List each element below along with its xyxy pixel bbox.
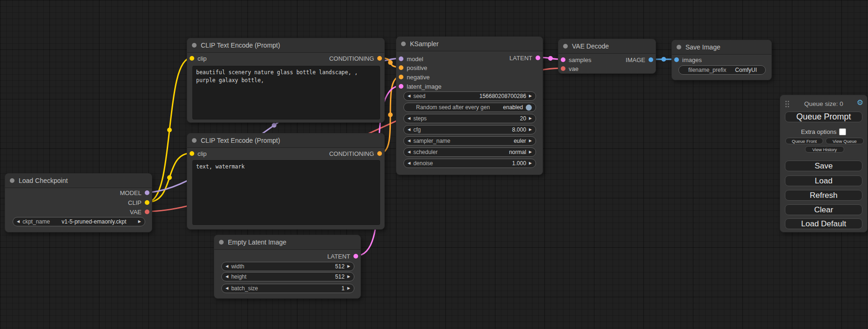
decrement-arrow-icon[interactable] [226,275,228,279]
decrement-arrow-icon[interactable] [408,128,410,132]
extra-options-checkbox[interactable] [839,128,846,135]
positive-prompt-textarea[interactable]: beautiful scenery nature glass bottle la… [192,66,380,119]
steps-widget[interactable]: steps 20 [403,114,536,123]
image-port-icon[interactable] [674,57,679,62]
node-header[interactable]: Load Checkpoint [5,174,152,188]
denoise-widget[interactable]: denoise 1.000 [403,159,536,168]
input-slot-images[interactable]: images [674,56,702,63]
toggle-state-icon[interactable] [526,105,532,111]
increment-arrow-icon[interactable] [529,117,532,120]
filename-prefix-widget[interactable]: filename_prefix ComfyUI [678,65,766,75]
node-clip-text-encode-positive[interactable]: CLIP Text Encode (Prompt) clip CONDITION… [187,38,385,123]
latent-port-icon[interactable] [399,84,403,89]
increment-arrow-icon[interactable] [529,94,532,98]
increment-arrow-icon[interactable] [529,150,532,154]
increment-arrow-icon[interactable] [347,265,350,268]
output-slot-conditioning[interactable]: CONDITIONING [329,150,382,157]
view-queue-button[interactable]: View Queue [826,138,864,144]
decrement-arrow-icon[interactable] [226,287,228,290]
node-clip-text-encode-negative[interactable]: CLIP Text Encode (Prompt) clip CONDITION… [187,133,385,230]
node-ksampler[interactable]: KSampler model positive negative latent_… [396,36,543,175]
increment-arrow-icon[interactable] [347,275,350,279]
decrement-arrow-icon[interactable] [408,117,410,120]
conditioning-port-icon[interactable] [377,56,382,61]
increment-arrow-icon[interactable] [529,139,532,143]
load-default-button[interactable]: Load Default [785,218,862,229]
node-header[interactable]: CLIP Text Encode (Prompt) [187,133,384,148]
output-slot-latent[interactable]: LATENT [327,252,358,260]
input-slot-samples[interactable]: samples [561,56,591,63]
load-button[interactable]: Load [785,175,862,186]
node-header[interactable]: VAE Decode [558,39,656,54]
collapse-dot-icon[interactable] [219,240,224,245]
node-vae-decode[interactable]: VAE Decode samples vae IMAGE [558,39,656,74]
input-slot-negative[interactable]: negative [399,73,430,81]
ckpt-name-widget[interactable]: ckpt_name v1-5-pruned-emaonly.ckpt [13,217,145,226]
increment-arrow-icon[interactable] [138,220,141,224]
decrement-arrow-icon[interactable] [17,220,20,224]
queue-menu-panel[interactable]: Queue size: 0 ⚙ Queue Prompt Extra optio… [780,95,868,232]
decrement-arrow-icon[interactable] [226,265,228,268]
width-widget[interactable]: width 512 [221,262,354,271]
output-slot-latent[interactable]: LATENT [509,54,540,62]
random-seed-toggle[interactable]: Random seed after every gen enabled [403,103,536,112]
increment-arrow-icon[interactable] [529,161,532,165]
output-slot-model[interactable]: MODEL [120,189,149,196]
increment-arrow-icon[interactable] [347,287,350,290]
collapse-dot-icon[interactable] [192,43,197,48]
conditioning-port-icon[interactable] [377,151,382,156]
input-slot-vae[interactable]: vae [561,65,579,72]
conditioning-port-icon[interactable] [399,65,403,70]
scheduler-widget[interactable]: scheduler normal [403,147,536,157]
height-widget[interactable]: height 512 [221,272,354,281]
input-slot-clip[interactable]: clip [190,150,207,157]
output-slot-clip[interactable]: CLIP [128,199,149,206]
collapse-dot-icon[interactable] [401,42,406,46]
refresh-button[interactable]: Refresh [785,190,862,201]
queue-prompt-button[interactable]: Queue Prompt [785,112,862,122]
node-save-image[interactable]: Save Image images filename_prefix ComfyU… [671,40,772,80]
increment-arrow-icon[interactable] [529,128,532,132]
input-slot-latent-image[interactable]: latent_image [399,83,441,90]
node-header[interactable]: CLIP Text Encode (Prompt) [187,38,384,53]
clear-button[interactable]: Clear [785,204,862,215]
output-slot-conditioning[interactable]: CONDITIONING [329,55,382,62]
node-load-checkpoint[interactable]: Load Checkpoint MODEL CLIP VAE ckpt_name… [5,173,152,232]
output-slot-image[interactable]: IMAGE [626,56,653,63]
clip-port-icon[interactable] [145,200,149,205]
collapse-dot-icon[interactable] [10,178,14,183]
collapse-dot-icon[interactable] [563,44,568,49]
decrement-arrow-icon[interactable] [408,161,410,165]
collapse-dot-icon[interactable] [192,138,197,143]
input-slot-positive[interactable]: positive [399,64,427,71]
node-empty-latent-image[interactable]: Empty Latent Image LATENT width 512 heig… [214,235,361,299]
view-history-button[interactable]: View History [805,146,844,153]
settings-gear-icon[interactable]: ⚙ [857,99,863,106]
model-port-icon[interactable] [145,190,149,195]
clip-port-icon[interactable] [190,56,194,61]
batch-size-widget[interactable]: batch_size 1 [221,284,354,293]
latent-port-icon[interactable] [536,56,540,60]
vae-port-icon[interactable] [561,66,565,71]
input-slot-clip[interactable]: clip [190,55,207,62]
conditioning-port-icon[interactable] [399,75,403,79]
node-header[interactable]: Empty Latent Image [214,235,360,250]
save-button[interactable]: Save [785,161,862,171]
seed-widget[interactable]: seed 156680208700286 [403,91,536,101]
sampler-name-widget[interactable]: sampler_name euler [403,136,536,146]
collapse-dot-icon[interactable] [677,45,681,49]
latent-port-icon[interactable] [353,254,358,259]
vae-port-icon[interactable] [145,210,149,214]
decrement-arrow-icon[interactable] [408,139,410,143]
node-header[interactable]: KSampler [396,37,543,51]
image-port-icon[interactable] [649,57,653,62]
queue-front-button[interactable]: Queue Front [785,138,823,144]
model-port-icon[interactable] [399,56,403,61]
output-slot-vae[interactable]: VAE [130,208,149,216]
input-slot-model[interactable]: model [399,55,423,63]
decrement-arrow-icon[interactable] [408,150,410,154]
node-header[interactable]: Save Image [672,40,771,55]
clip-port-icon[interactable] [190,151,194,156]
decrement-arrow-icon[interactable] [408,94,410,98]
latent-port-icon[interactable] [561,57,565,62]
